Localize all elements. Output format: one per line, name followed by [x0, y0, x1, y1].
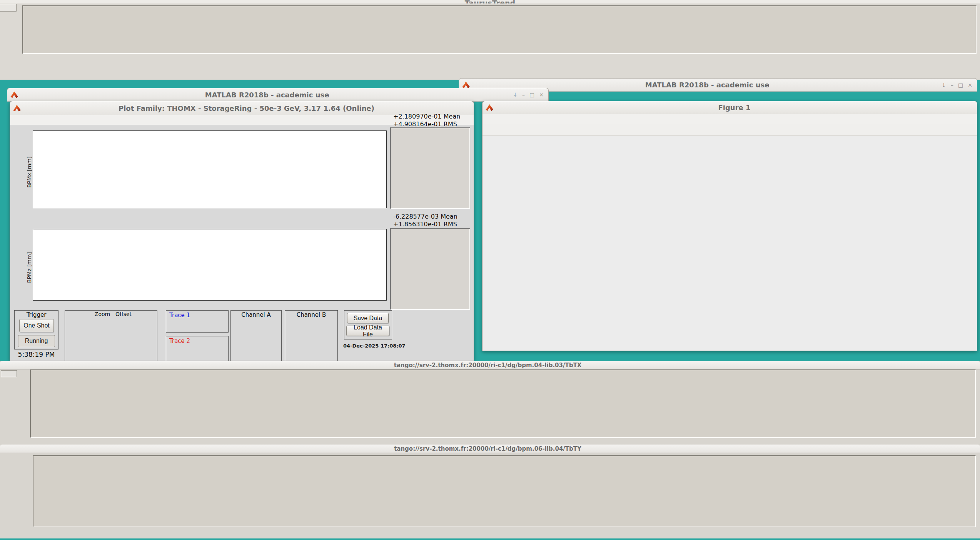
- trace1-label: Trace 1: [169, 312, 228, 319]
- bpmx-value-list[interactable]: [390, 127, 470, 209]
- close-icon[interactable]: ×: [968, 82, 972, 88]
- bpmz-value-list[interactable]: [390, 228, 470, 310]
- channel-b-label: Channel B: [285, 311, 337, 318]
- tbtx-titlebar[interactable]: tango://srv-2.thomx.fr:20000/ri-c1/dg/bp…: [0, 361, 980, 369]
- one-shot-button[interactable]: One Shot: [19, 319, 54, 332]
- figure1-toolbar: [482, 124, 977, 136]
- taurustrend-titlebar[interactable]: TaurusTrend: [0, 0, 980, 3]
- close-icon[interactable]: ×: [539, 92, 544, 98]
- taurustrend-title: TaurusTrend: [465, 0, 515, 3]
- minimize-icon[interactable]: –: [522, 92, 525, 98]
- tbtx-plot: [30, 369, 976, 438]
- tbty-window: tango://srv-2.thomx.fr:20000/ri-c1/dg/bp…: [0, 445, 980, 538]
- zoom-offset-group: [65, 310, 157, 361]
- plot-family-title: Plot Family: THOMX - StorageRing - 50e-3…: [24, 104, 469, 112]
- graph2-ylabel: BPMz [mm]: [26, 249, 32, 286]
- tbty-plot: [33, 455, 976, 527]
- trace2-group: Trace 2: [166, 336, 229, 361]
- bpmx-mean: +2.180970e-01 Mean: [393, 113, 460, 120]
- matlab-logo-icon: [462, 82, 470, 89]
- lattice-strip: [33, 208, 386, 228]
- dock-icon[interactable]: ↓: [942, 82, 946, 88]
- tbtx-title: tango://srv-2.thomx.fr:20000/ri-c1/dg/bp…: [0, 362, 975, 369]
- matlab-window-bar-left[interactable]: MATLAB R2018b - academic use ↓–□×: [7, 88, 549, 101]
- maximize-icon[interactable]: □: [958, 82, 963, 88]
- bpmz-mean: -6.228577e-03 Mean: [393, 213, 457, 220]
- dock-icon[interactable]: ↓: [513, 92, 518, 98]
- offset-label: Offset: [112, 311, 135, 317]
- channel-b-group: Channel B: [285, 310, 338, 361]
- bpmz-rms: +1.856310e-01 RMS: [393, 221, 457, 228]
- bpmx-plot: [33, 130, 387, 208]
- tbty-title: tango://srv-2.thomx.fr:20000/ri-c1/dg/bp…: [0, 445, 975, 452]
- channel-a-group: Channel A: [230, 310, 282, 361]
- matlab-logo-icon: [13, 105, 21, 112]
- matlab-window-title: MATLAB R2018b - academic use: [21, 91, 513, 99]
- figure1-titlebar[interactable]: Figure 1: [482, 101, 977, 114]
- plot-family-window: Plot Family: THOMX - StorageRing - 50e-3…: [10, 101, 474, 361]
- figure1-menubar: [482, 114, 977, 124]
- running-button[interactable]: Running: [18, 335, 55, 347]
- tbty-titlebar[interactable]: tango://srv-2.thomx.fr:20000/ri-c1/dg/bp…: [0, 445, 980, 453]
- trace1-group: Trace 1: [166, 310, 229, 333]
- save-data-button[interactable]: Save Data: [347, 313, 389, 323]
- matlab-logo-icon: [10, 91, 18, 98]
- figure1-title: Figure 1: [496, 104, 972, 112]
- figure1-window: Figure 1: [482, 101, 977, 351]
- minimize-icon[interactable]: –: [951, 82, 953, 88]
- maximize-icon[interactable]: □: [529, 92, 534, 98]
- toolbar-stub[interactable]: [1, 370, 17, 377]
- matlab-logo-icon: [486, 104, 493, 111]
- load-data-file-button[interactable]: Load Data File: [346, 326, 389, 336]
- toolbar-stub[interactable]: [0, 4, 17, 12]
- clock-text: 5:38:19 PM: [14, 351, 58, 358]
- trigger-label: Trigger: [15, 311, 58, 318]
- taurus-plot: [22, 5, 977, 54]
- save-timestamp: 04-Dec-2025 17:08:07: [343, 343, 406, 349]
- trace2-label: Trace 2: [169, 338, 228, 344]
- graph1-ylabel: BPMx [mm]: [26, 154, 32, 191]
- tbtx-window: tango://srv-2.thomx.fr:20000/ri-c1/dg/bp…: [0, 361, 980, 445]
- bpmx-rms: +4.908164e-01 RMS: [393, 120, 457, 128]
- zoom-label: Zoom: [91, 311, 114, 317]
- bpmz-plot: [33, 229, 387, 301]
- channel-a-label: Channel A: [231, 311, 281, 318]
- taurustrend-window: TaurusTrend: [0, 0, 980, 80]
